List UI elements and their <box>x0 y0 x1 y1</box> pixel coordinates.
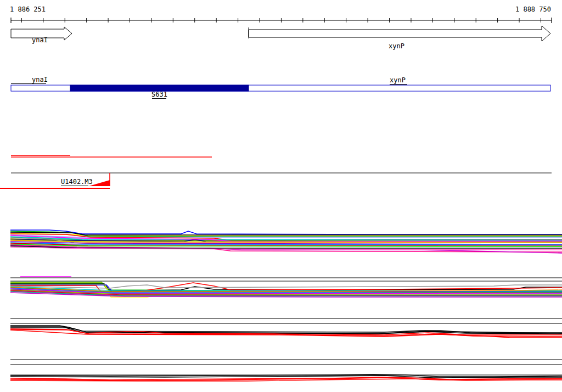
genome-browser-canvas <box>0 0 562 392</box>
profile-track-1-line <box>10 230 562 234</box>
motif-label-U1402.M3[interactable]: U1402.M3 <box>61 178 93 186</box>
region-start-coordinate: 1 886 251 <box>10 6 46 13</box>
region-bar-label-ynaI[interactable]: ynaI <box>32 76 48 83</box>
gene-arrow-xynP <box>249 26 550 41</box>
profile-track-3-line <box>10 326 562 333</box>
segment-label-S631[interactable]: S631 <box>151 91 167 98</box>
genome-browser-view: 1 886 251 1 888 750 ynaI xynP ynaI xynP … <box>0 0 562 392</box>
region-bar-label-xynP[interactable]: xynP <box>390 77 406 84</box>
gene-arrow-label-xynP: xynP <box>389 43 404 50</box>
region-end-coordinate: 1 888 750 <box>515 6 551 13</box>
profile-track-3-line <box>10 327 562 333</box>
gene-arrow-label-ynaI: ynaI <box>32 37 48 44</box>
